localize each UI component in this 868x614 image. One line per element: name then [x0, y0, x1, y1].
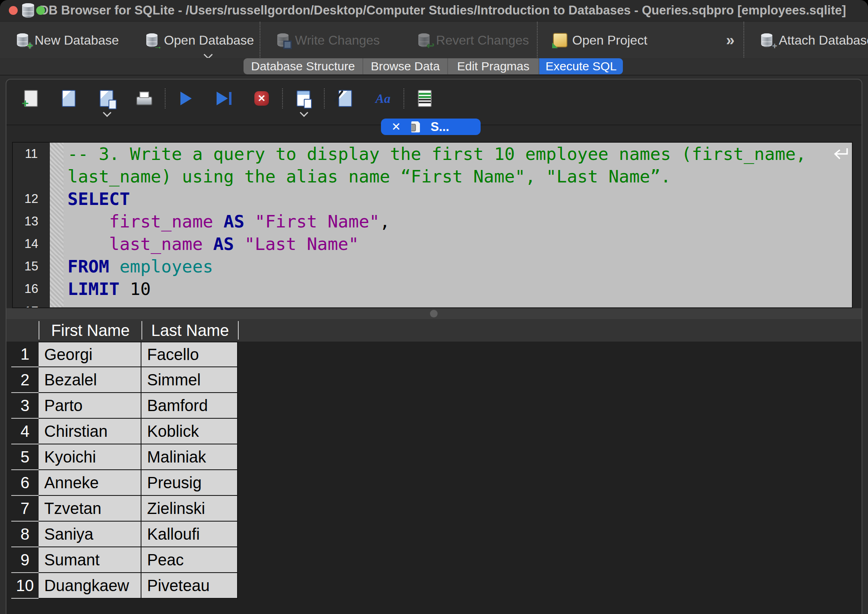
open-project-button[interactable]: Open Project	[553, 32, 647, 48]
table-row: 9SumantPeac	[11, 547, 238, 573]
code-token	[119, 279, 130, 299]
cell[interactable]: Kyoichi	[39, 444, 141, 470]
row-number[interactable]: 6	[11, 470, 39, 496]
revert-changes-button[interactable]: Revert Changes	[417, 32, 529, 48]
row-number[interactable]: 2	[11, 367, 39, 393]
save-sql-file-icon[interactable]	[97, 88, 116, 108]
toolbar-button-label: Write Changes	[295, 33, 380, 48]
sql-editor[interactable]: 11-- 3. Write a query to display the fir…	[12, 142, 853, 308]
code-line[interactable]: 16LIMIT 10	[13, 278, 852, 300]
cell[interactable]: Anneke	[39, 470, 141, 496]
results-pane: First Name Last Name 1GeorgiFacello2Beza…	[6, 319, 862, 614]
cell[interactable]: Piveteau	[141, 573, 238, 599]
row-number[interactable]: 4	[11, 419, 39, 444]
fold-margin	[50, 233, 63, 255]
fold-margin	[50, 188, 63, 210]
row-number[interactable]: 8	[11, 522, 39, 547]
code-line[interactable]: 14 last_name AS "Last Name"	[13, 233, 852, 255]
code-text[interactable]: last_name) using the alias name “First N…	[63, 165, 852, 188]
toolbar-group: New DatabaseOpen Database	[0, 22, 260, 59]
row-number[interactable]: 7	[11, 496, 39, 522]
code-line[interactable]: 12SELECT	[13, 188, 852, 210]
new-database-button[interactable]: New Database	[15, 32, 119, 48]
dropdown-chevron-icon[interactable]	[103, 108, 111, 117]
editor-results-splitter[interactable]	[6, 308, 862, 319]
cell[interactable]: Kalloufi	[141, 522, 238, 547]
main-toolbar: New DatabaseOpen DatabaseWrite ChangesRe…	[0, 21, 868, 59]
cell[interactable]: Zielinski	[141, 496, 238, 522]
code-line[interactable]: 17	[13, 300, 852, 308]
code-text[interactable]: FROM employees	[63, 255, 852, 278]
row-number[interactable]: 9	[11, 547, 39, 573]
open-sql-file-icon[interactable]	[59, 88, 78, 108]
export-results-icon[interactable]	[294, 88, 313, 108]
print-icon[interactable]	[135, 88, 154, 108]
tab-edit-pragmas[interactable]: Edit Pragmas	[448, 58, 539, 74]
results-rows: 1GeorgiFacello2BezalelSimmel3PartoBamfor…	[11, 342, 238, 599]
code-token: FROM	[68, 256, 109, 276]
execute-all-icon[interactable]	[177, 88, 195, 108]
toolbar-overflow-chevron-icon[interactable]: »	[726, 32, 733, 49]
code-line[interactable]: 13 first_name AS "First Name",	[13, 210, 852, 233]
cell[interactable]: Duangkaew	[39, 573, 141, 599]
edit-sql-document-icon[interactable]	[336, 88, 354, 108]
code-text[interactable]: SELECT	[63, 188, 852, 210]
code-text[interactable]: -- 3. Write a query to display the first…	[63, 143, 852, 165]
execute-current-line-icon[interactable]	[215, 88, 233, 108]
code-text[interactable]	[63, 300, 852, 308]
cell[interactable]: Sumant	[39, 547, 141, 573]
code-token: ,	[380, 211, 390, 231]
tab-database-structure[interactable]: Database Structure	[244, 58, 363, 74]
row-number[interactable]: 3	[11, 393, 39, 419]
new-query-tab-icon[interactable]	[22, 88, 40, 108]
write-changes-button[interactable]: Write Changes	[276, 32, 380, 48]
close-window-button[interactable]	[9, 6, 18, 15]
code-token	[109, 256, 120, 276]
toggle-results-pane-icon[interactable]	[416, 88, 434, 108]
tab-execute-sql[interactable]: Execute SQL	[539, 58, 623, 74]
open-database-button[interactable]: Open Database	[145, 32, 254, 48]
cell[interactable]: Peac	[141, 547, 238, 573]
view-tabs: Database StructureBrowse DataEdit Pragma…	[244, 58, 623, 74]
code-text[interactable]: LIMIT 10	[63, 278, 852, 300]
cell[interactable]: Georgi	[39, 342, 141, 367]
cell[interactable]: Maliniak	[141, 444, 238, 470]
attach-database-button[interactable]: Attach Database	[760, 32, 868, 48]
cell[interactable]: Bamford	[141, 393, 238, 419]
code-line[interactable]: last_name) using the alias name “First N…	[13, 165, 852, 188]
table-row: 6AnnekePreusig	[11, 470, 238, 496]
cell[interactable]: Parto	[39, 393, 141, 419]
dropdown-chevron-icon[interactable]	[300, 108, 308, 117]
cell[interactable]: Preusig	[141, 470, 238, 496]
code-text[interactable]: last_name AS "Last Name"	[63, 233, 852, 255]
row-number[interactable]: 5	[11, 444, 39, 470]
sql-toolbar-group	[282, 88, 324, 108]
cell[interactable]: Tzvetan	[39, 496, 141, 522]
cell[interactable]: Koblick	[141, 419, 238, 444]
line-number: 17	[13, 300, 50, 308]
row-number[interactable]: 10	[11, 573, 39, 599]
zoom-window-button[interactable]	[36, 6, 45, 15]
code-line[interactable]: 15FROM employees	[13, 255, 852, 278]
splitter-handle[interactable]	[430, 310, 438, 317]
cell[interactable]: Saniya	[39, 522, 141, 547]
column-header-last-name[interactable]: Last Name	[142, 319, 238, 342]
sql-toolbar-group: Aa	[324, 88, 403, 108]
code-token	[68, 211, 109, 231]
column-header-first-name[interactable]: First Name	[39, 319, 141, 342]
row-number[interactable]: 1	[11, 342, 39, 367]
cell[interactable]: Chirstian	[39, 419, 141, 444]
code-line[interactable]: 11-- 3. Write a query to display the fir…	[13, 143, 852, 165]
code-token: AS	[223, 211, 244, 231]
sql-document-icon	[411, 121, 420, 133]
cell[interactable]: Simmel	[141, 367, 238, 393]
cell[interactable]: Facello	[141, 342, 238, 367]
font-format-icon[interactable]: Aa	[374, 88, 392, 108]
fold-margin	[50, 165, 63, 188]
cell[interactable]: Bezalel	[39, 367, 141, 393]
sql-document-tab[interactable]: ✕ S...	[381, 119, 481, 135]
stop-icon[interactable]: ✕	[252, 88, 271, 108]
tab-browse-data[interactable]: Browse Data	[363, 58, 448, 74]
close-tab-icon[interactable]: ✕	[391, 121, 401, 133]
code-text[interactable]: first_name AS "First Name",	[63, 210, 852, 233]
